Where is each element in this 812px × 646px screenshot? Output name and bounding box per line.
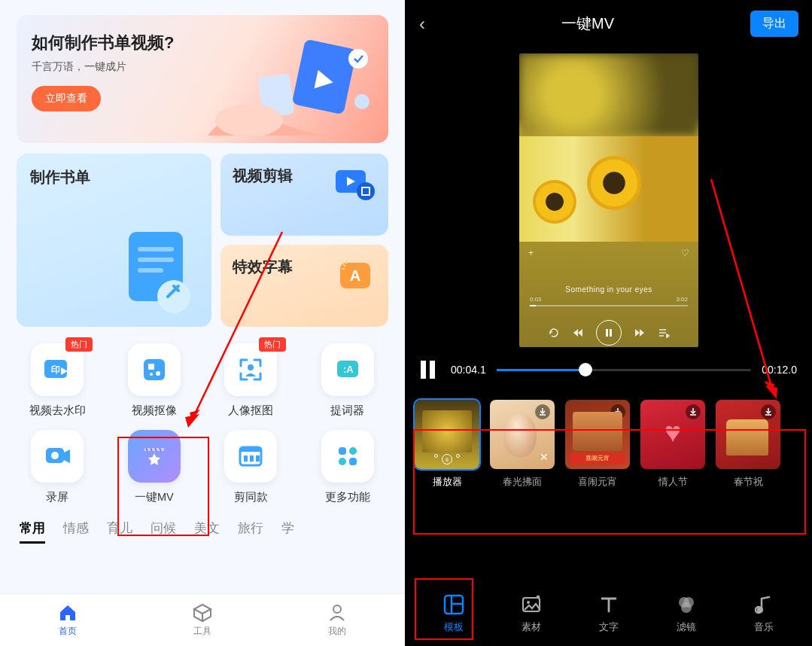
tool-label: 更多功能 xyxy=(325,490,370,504)
editor-header: ‹ 一键MV 导出 xyxy=(406,0,812,47)
tool-screen-record[interactable]: 录屏 xyxy=(9,422,106,509)
tool-video-cutout[interactable]: 视频抠像 xyxy=(106,336,203,422)
tab-emotion[interactable]: 情感 xyxy=(63,520,89,544)
nav-home[interactable]: 首页 xyxy=(0,594,135,646)
tool-more[interactable]: 更多功能 xyxy=(300,422,397,509)
tool-remove-watermark[interactable]: 热门 印 视频去水印 xyxy=(9,336,106,422)
tab-study[interactable]: 学 xyxy=(281,520,294,544)
tool-teleprompter[interactable]: :A 提词器 xyxy=(300,336,397,422)
right-screen-editor: ‹ 一键MV 导出 + ♡ Something in your eyes 0:0… xyxy=(406,0,812,646)
heart-icon[interactable]: ♡ xyxy=(681,248,689,258)
left-screen-home: 如何制作书单视频? 千言万语，一键成片 立即查看 制作书单 xyxy=(0,0,406,646)
timeline-knob[interactable] xyxy=(579,363,592,376)
template-newyear[interactable]: 春节祝 xyxy=(716,400,780,489)
svg-text:印: 印 xyxy=(51,364,60,375)
timeline-pause-button[interactable] xyxy=(421,361,440,379)
svg-point-3 xyxy=(348,49,368,69)
tool-label: 提词器 xyxy=(330,404,364,418)
card-effects-subtitle[interactable]: 特效字幕 A xyxy=(220,245,388,327)
tab-filter[interactable]: 滤镜 xyxy=(648,586,725,646)
template-spring[interactable]: ✕ 春光拂面 xyxy=(490,400,555,489)
playlist-icon[interactable] xyxy=(658,327,670,339)
card-title: 制作书单 xyxy=(30,167,198,187)
tool-one-click-mv[interactable]: 一键MV xyxy=(106,422,203,509)
film-icon xyxy=(235,440,266,472)
rewind-icon[interactable] xyxy=(572,327,584,339)
tab-common[interactable]: 常用 xyxy=(20,520,45,544)
nav-mine[interactable]: 我的 xyxy=(270,594,405,646)
cube-icon xyxy=(192,602,213,623)
tab-prose[interactable]: 美文 xyxy=(194,520,220,544)
add-icon[interactable]: + xyxy=(528,248,534,258)
nav-label: 我的 xyxy=(328,625,346,638)
tool-label: 剪同款 xyxy=(234,490,268,504)
svg-point-35 xyxy=(349,447,357,455)
video-preview[interactable]: + ♡ Something in your eyes 0:03 3:02 xyxy=(519,53,698,347)
tool-label: 录屏 xyxy=(46,490,68,504)
lyric-text: Something in your eyes xyxy=(519,285,698,294)
more-icon xyxy=(332,440,363,472)
time-current: 00:04.1 xyxy=(451,364,486,376)
tool-cut-same[interactable]: 剪同款 xyxy=(202,422,300,509)
preview-progress-bar[interactable] xyxy=(530,305,688,306)
tool-label: 视频抠像 xyxy=(132,404,177,418)
svg-text:A: A xyxy=(350,267,360,284)
tool-label: 人像抠图 xyxy=(228,404,273,418)
card-make-booklist[interactable]: 制作书单 xyxy=(17,154,211,327)
svg-point-4 xyxy=(354,94,370,109)
card-title: 特效字幕 xyxy=(233,257,293,277)
tool-label: 一键MV xyxy=(135,490,174,504)
teleprompter-icon: :A xyxy=(332,354,363,385)
svg-text::A: :A xyxy=(343,364,354,375)
banner-cta-button[interactable]: 立即查看 xyxy=(32,86,101,111)
category-tabs: 常用 情感 育儿 问候 美文 旅行 学 xyxy=(0,509,405,544)
download-icon xyxy=(686,404,701,419)
filter-icon xyxy=(675,593,698,616)
svg-point-36 xyxy=(339,458,346,465)
tab-template[interactable]: 模板 xyxy=(415,586,492,646)
svg-point-28 xyxy=(51,452,59,459)
template-label: 播放器 xyxy=(415,475,479,489)
template-lantern[interactable]: 喜闹元宵 喜闹元宵 xyxy=(565,400,630,489)
loop-icon[interactable] xyxy=(548,327,560,339)
tab-label: 音乐 xyxy=(754,620,774,634)
tab-greeting[interactable]: 问候 xyxy=(151,520,176,544)
template-valentine[interactable]: ♥ 情人节 xyxy=(640,400,705,489)
portrait-icon xyxy=(235,354,266,385)
tab-travel[interactable]: 旅行 xyxy=(238,520,263,544)
tab-parenting[interactable]: 育儿 xyxy=(107,520,132,544)
tool-grid: 热门 印 视频去水印 视频抠像 热门 人像抠图 :A 提词器 录屏 一键MV 剪 xyxy=(9,336,396,509)
preview-elapsed: 0:03 xyxy=(530,296,542,303)
hero-banner[interactable]: 如何制作书单视频? 千言万语，一键成片 立即查看 xyxy=(17,15,388,143)
time-total: 00:12.0 xyxy=(762,364,797,376)
forward-icon[interactable] xyxy=(634,327,646,339)
svg-rect-32 xyxy=(250,456,254,462)
tab-label: 滤镜 xyxy=(677,620,696,634)
tab-material[interactable]: 素材 xyxy=(492,586,570,646)
hot-badge: 热门 xyxy=(65,337,93,352)
back-button[interactable]: ‹ xyxy=(419,14,425,35)
export-button[interactable]: 导出 xyxy=(750,11,798,37)
tab-label: 文字 xyxy=(599,620,619,634)
tool-portrait-cutout[interactable]: 热门 人像抠图 xyxy=(202,336,300,422)
nav-tools[interactable]: 工具 xyxy=(135,594,269,646)
mv-icon xyxy=(138,440,170,472)
card-video-edit[interactable]: 视频剪辑 xyxy=(220,154,388,236)
template-label: 春节祝 xyxy=(716,475,780,489)
svg-rect-7 xyxy=(138,247,174,251)
timeline: 00:04.1 00:12.0 xyxy=(406,347,812,386)
svg-rect-21 xyxy=(148,364,154,370)
nav-label: 首页 xyxy=(59,625,77,638)
play-pause-button[interactable] xyxy=(596,320,622,346)
preview-controls xyxy=(519,320,698,346)
download-icon xyxy=(761,404,776,419)
home-icon xyxy=(57,602,78,623)
svg-rect-42 xyxy=(606,329,608,337)
template-player[interactable]: II 播放器 xyxy=(415,400,479,489)
feature-cards: 制作书单 视频剪辑 特效字幕 xyxy=(17,154,388,327)
nav-label: 工具 xyxy=(193,625,211,638)
tab-music[interactable]: 音乐 xyxy=(725,586,803,646)
timeline-track[interactable] xyxy=(497,369,752,371)
svg-point-24 xyxy=(248,364,254,370)
tab-text[interactable]: 文字 xyxy=(570,586,647,646)
